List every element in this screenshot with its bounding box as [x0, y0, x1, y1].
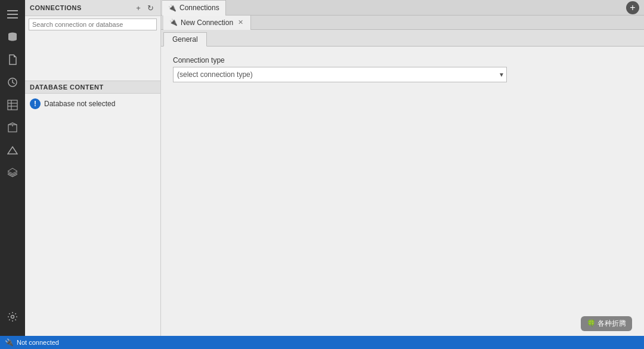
connection-type-label: Connection type	[173, 56, 632, 64]
svg-rect-1	[7, 14, 18, 15]
connections-tab-icon: 🔌	[168, 4, 177, 12]
general-tab-label: General	[172, 35, 198, 44]
search-input[interactable]	[29, 18, 157, 30]
connections-header: CONNECTIONS + ↻	[25, 0, 160, 16]
database-icon[interactable]	[2, 26, 23, 48]
refresh-connections-btn[interactable]: ↻	[145, 2, 156, 13]
add-connection-btn[interactable]: +	[133, 2, 144, 13]
search-row	[25, 16, 160, 33]
layers-icon[interactable]	[2, 162, 23, 184]
file-icon[interactable]	[2, 49, 23, 70]
svg-rect-0	[7, 10, 18, 11]
db-content-body: ! Database not selected	[25, 94, 160, 114]
status-bar: 🔌 Not connected	[0, 336, 644, 349]
table-icon[interactable]	[2, 94, 23, 116]
status-bar-icon: 🔌	[5, 338, 14, 347]
connection-type-select[interactable]: (select connection type)	[173, 67, 507, 82]
db-content-header: DATABASE CONTENT	[25, 81, 160, 94]
tab-bar-secondary: 🔌 New Connection ✕	[161, 16, 644, 30]
add-tab-button[interactable]: +	[626, 1, 639, 14]
db-not-selected-text: Database not selected	[44, 100, 115, 108]
settings-icon[interactable]	[2, 306, 23, 328]
connections-area	[25, 33, 160, 81]
tab-connections[interactable]: 🔌 Connections	[162, 0, 226, 16]
main-area: 🔌 Connections + 🔌 New Connection ✕ Gener…	[161, 0, 644, 336]
new-connection-tab-icon: 🔌	[169, 18, 178, 26]
connections-section: CONNECTIONS + ↻	[25, 0, 160, 81]
new-connection-tab-label: New Connection	[181, 18, 233, 27]
svg-marker-11	[8, 147, 17, 154]
new-connection-tab-close[interactable]: ✕	[236, 18, 244, 27]
db-content-title: DATABASE CONTENT	[30, 84, 104, 91]
tab-bar-outer: 🔌 Connections +	[161, 0, 644, 16]
main-content: Connection type (select connection type)	[161, 47, 644, 336]
menu-icon[interactable]	[2, 4, 23, 25]
package-icon[interactable]	[2, 117, 23, 138]
connections-tab-label: Connections	[179, 4, 219, 12]
left-panel: CONNECTIONS + ↻ DATABASE CONTENT ! Datab…	[25, 0, 161, 336]
db-content-section: DATABASE CONTENT ! Database not selected	[25, 81, 160, 336]
svg-point-12	[11, 316, 14, 319]
db-warning-icon: !	[30, 98, 41, 109]
tab-new-connection[interactable]: 🔌 New Connection ✕	[163, 16, 251, 30]
status-bar-text: Not connected	[17, 339, 59, 346]
connections-header-actions: + ↻	[133, 2, 156, 13]
history-icon[interactable]	[2, 72, 23, 93]
sidebar	[0, 0, 25, 336]
connections-title: CONNECTIONS	[30, 4, 82, 11]
connection-type-select-wrapper: (select connection type)	[173, 67, 507, 82]
svg-rect-5	[8, 100, 17, 110]
triangle-icon[interactable]	[2, 140, 23, 161]
tab-bar-inner: General	[161, 30, 644, 47]
tab-general[interactable]: General	[163, 32, 207, 47]
svg-rect-2	[7, 17, 18, 18]
